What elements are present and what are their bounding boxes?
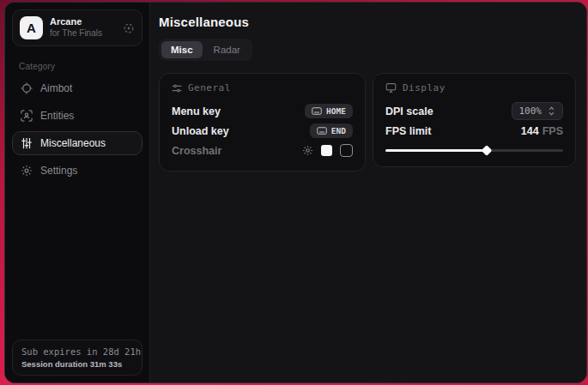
keyboard-icon [317, 127, 327, 135]
tab-radar[interactable]: Radar [204, 41, 250, 58]
crosshair-checkbox[interactable] [340, 144, 353, 157]
display-panel-title: Display [403, 82, 446, 93]
session-duration-text: Session duration 31m 33s [21, 359, 133, 369]
menu-key-row: Menu key HOME [172, 101, 353, 121]
fps-limit-value: 144FPS [521, 125, 563, 137]
sidebar-item-aimbot[interactable]: Aimbot [12, 76, 142, 100]
sidebar-nav: Aimbot Entities [5, 76, 149, 183]
crosshair-settings-gear-icon[interactable] [302, 145, 313, 156]
main-content: Miscellaneous Misc Radar General [150, 3, 587, 382]
tab-misc[interactable]: Misc [161, 41, 203, 58]
gear-icon [21, 165, 33, 177]
fps-limit-label: FPS limit [385, 125, 431, 137]
profile-text: Arcane for The Finals [50, 16, 116, 39]
crosshair-row: Crosshair [172, 141, 353, 160]
sub-expiry-text: Sub expires in 28d 21h [21, 346, 133, 357]
keyboard-icon [312, 107, 322, 115]
dpi-scale-label: DPI scale [385, 105, 433, 117]
panels-row: General Menu key HOME [159, 73, 576, 171]
crosshair-label: Crosshair [172, 145, 221, 157]
category-label: Category [19, 62, 136, 71]
profile-card: A Arcane for The Finals [12, 9, 142, 46]
fps-number: 144 [521, 125, 539, 137]
fps-limit-slider[interactable] [385, 144, 563, 156]
general-panel-title: General [188, 82, 231, 93]
sidebar-item-label: Aimbot [40, 82, 72, 94]
app-logo: A [20, 16, 43, 39]
target-icon[interactable] [123, 22, 135, 34]
fps-slider-fill [385, 149, 487, 152]
unload-key-bind-button[interactable]: END [310, 123, 353, 138]
crosshair-controls [302, 144, 353, 157]
general-panel: General Menu key HOME [159, 73, 366, 171]
menu-key-bind-button[interactable]: HOME [305, 104, 353, 118]
app-subtitle: for The Finals [50, 28, 116, 39]
sliders-horizontal-icon [172, 83, 182, 93]
tab-list: Misc Radar [159, 39, 252, 61]
fps-limit-row: FPS limit 144FPS [385, 121, 563, 141]
scan-users-icon [21, 110, 33, 122]
sidebar-item-label: Miscellaneous [40, 137, 106, 149]
sidebar-item-label: Settings [40, 165, 77, 177]
unload-key-label: Unload key [172, 125, 229, 137]
fps-unit: FPS [543, 125, 563, 137]
general-panel-header: General [172, 82, 353, 93]
sidebar-item-miscellaneous[interactable]: Miscellaneous [12, 131, 142, 155]
menu-key-label: Menu key [172, 105, 221, 117]
unload-key-row: Unload key END [172, 121, 353, 141]
sidebar: A Arcane for The Finals Category [5, 3, 150, 382]
dpi-scale-select[interactable]: 100% [512, 102, 564, 120]
app-window: A Arcane for The Finals Category [4, 2, 587, 383]
menu-key-value: HOME [326, 106, 346, 116]
sidebar-item-entities[interactable]: Entities [12, 104, 142, 128]
dpi-scale-value: 100% [519, 105, 543, 117]
display-panel: Display DPI scale 100% FPS limit [373, 73, 576, 167]
display-panel-header: Display [385, 82, 563, 93]
crosshair-color-swatch[interactable] [321, 145, 332, 156]
monitor-icon [385, 82, 397, 93]
chevrons-up-down-icon [548, 106, 555, 116]
subscription-card: Sub expires in 28d 21h Session duration … [12, 340, 142, 376]
sidebar-item-label: Entities [40, 110, 74, 122]
page-title: Miscellaneous [159, 15, 576, 29]
sliders-vertical-icon [21, 137, 33, 149]
app-name: Arcane [50, 16, 116, 28]
unload-key-value: END [331, 126, 346, 135]
sidebar-item-settings[interactable]: Settings [12, 159, 142, 183]
crosshair-icon [21, 82, 33, 94]
dpi-scale-row: DPI scale 100% [385, 101, 563, 121]
fps-slider-thumb[interactable] [482, 145, 493, 156]
